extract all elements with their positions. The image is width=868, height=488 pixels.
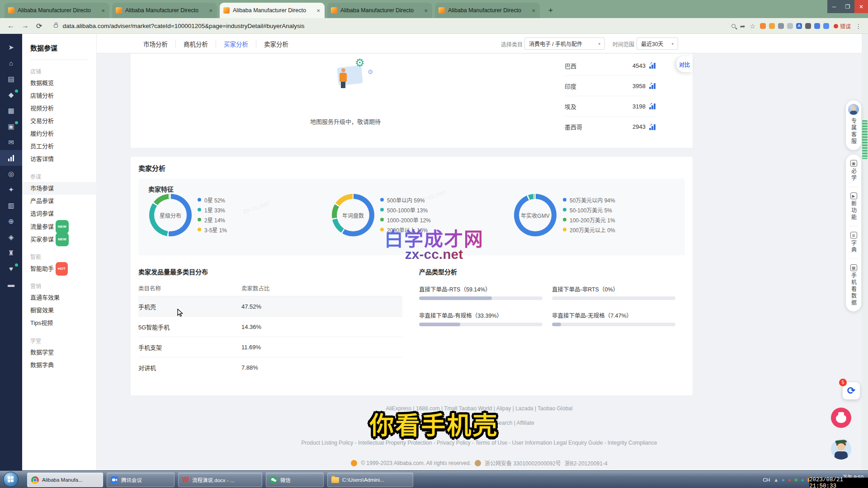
new-tab-button[interactable]: + [545,5,556,16]
tab-close-icon[interactable]: × [316,7,321,14]
blue-extension-icon[interactable] [814,23,820,29]
rail-item[interactable]: ▣ [0,118,22,134]
url-text[interactable]: data.alibaba.com/adviser/market?cateId=1… [62,23,304,29]
rail-item[interactable]: ◆ [0,87,22,103]
trend-chart-icon[interactable]: ↗ [649,83,657,89]
taskbar-app[interactable]: W流程演说.docx - ... [178,473,262,487]
rail-item[interactable]: ⌂ [0,55,22,71]
rail-item[interactable]: ✉ [0,134,22,150]
rail-item[interactable] [0,150,22,166]
compare-button[interactable]: 对比 [676,56,693,72]
rail-item[interactable]: ♥ [0,261,22,277]
rail-item[interactable]: ▤ [0,71,22,87]
rail-item[interactable]: ◈ [0,229,22,245]
rail-item[interactable]: ♜ [0,245,22,261]
sidebar-item-买家参谋[interactable]: 买家参谋NEW [22,233,97,245]
sidebar-item-流量参谋[interactable]: 流量参谋NEW [22,220,97,233]
browser-tab[interactable]: Alibaba Manufacturer Directo × [112,3,217,18]
taskbar-app[interactable]: 腾讯会议 [107,473,175,487]
translate-extension-icon[interactable]: A [796,23,802,29]
sidebar-item-数据概览[interactable]: 数据概览 [22,77,97,89]
share-icon[interactable]: ➦ [740,23,745,30]
trend-chart-icon[interactable]: ↗ [649,62,657,69]
tray-icon[interactable]: ● [788,477,791,483]
sidebar-item-智能助手[interactable]: 智能助手HOT [22,262,97,275]
quick-tool-2[interactable]: ≣ 字典 [850,230,858,255]
trend-chart-icon[interactable]: ↗ [649,124,657,130]
tab-卖家分析[interactable]: 卖家分析 [256,39,296,48]
kebab-menu-icon[interactable]: ⋮ [855,23,862,30]
trend-chart-icon[interactable]: ↗ [649,103,657,109]
tab-close-icon[interactable]: × [423,7,429,14]
tray-icon[interactable]: ● [782,477,785,483]
table-row[interactable]: 手机支架 11.69% [138,337,402,357]
browser-tab[interactable]: Alibaba Manufacturer Directo × [435,3,540,18]
sidebar-item-选词参谋[interactable]: 选词参谋 [22,207,97,220]
bookmark-star-icon[interactable]: ☆ [750,23,755,30]
reload-icon[interactable]: ⟳ [36,22,42,30]
scrollbar-thumb[interactable] [862,120,868,159]
quick-tool-1[interactable]: ▶ 新功能 [850,191,858,222]
sidebar-item-店铺分析[interactable]: 店铺分析 [22,89,97,102]
rail-item[interactable]: ◎ [0,166,22,182]
rail-item[interactable]: ✦ [0,182,22,197]
profile-icon[interactable] [823,23,829,29]
time-range-select[interactable]: 最近30天▾ [637,38,678,50]
sidebar-item-视频分析[interactable]: 视频分析 [22,102,97,115]
sidebar-item-访客详情[interactable]: 访客详情 [22,153,97,165]
browser-tab[interactable]: Alibaba Manufacturer Directo × [220,3,325,18]
tray-icon[interactable]: ● [801,477,804,483]
tab-买家分析[interactable]: 买家分析 [216,39,256,48]
category-select[interactable]: 消费电子 / 手机与配件▾ [524,38,605,50]
tab-市场分析[interactable]: 市场分析 [136,39,176,48]
sidebar-item-数据学堂[interactable]: 数据学堂 [22,346,97,359]
sidebar-item-员工分析[interactable]: 员工分析 [22,140,97,153]
sidebar-item-橱窗效果[interactable]: 橱窗效果 [22,304,97,317]
sidebar-item-履约分析[interactable]: 履约分析 [22,127,97,140]
rail-item[interactable]: ▬ [0,277,22,292]
table-row[interactable]: 对讲机 7.88% [138,357,402,377]
sidebar-item-市场参谋[interactable]: 市场参谋 [22,182,97,195]
sidebar-item-数据字典[interactable]: 数据字典 [22,359,97,371]
quick-tool-0[interactable]: ▣ 必学 [850,158,858,183]
rail-item[interactable]: ▦ [0,103,22,118]
gray-extension-icon[interactable] [787,23,793,29]
tab-close-icon[interactable]: × [531,7,536,14]
close-button[interactable]: ✕ [854,0,868,13]
qq-avatar-float[interactable] [831,439,851,460]
sidebar-item-直通车效果[interactable]: 直通车效果 [22,291,97,304]
puzzle-extension-icon[interactable] [805,23,811,29]
taskbar-app[interactable]: 微信 [266,473,324,487]
tab-商机分析[interactable]: 商机分析 [176,39,216,48]
table-row[interactable]: 5G智能手机 14.36% [138,316,402,337]
scrollbar-track[interactable] [862,34,868,470]
tray-icon[interactable]: ▲ [774,477,778,483]
alibaba-extension-icon[interactable] [760,23,766,29]
taskbar-app[interactable]: C:\Users\Admini... [327,473,413,487]
rail-item[interactable]: ▥ [0,197,22,213]
zoom-icon[interactable] [731,24,736,28]
rail-item[interactable]: ➤ [0,39,22,55]
input-language-indicator[interactable]: CH [763,477,770,483]
error-chip[interactable]: 错误 [834,22,851,30]
sidebar-item-产品参谋[interactable]: 产品参谋 [22,195,97,207]
forward-icon[interactable]: → [22,22,29,30]
start-button[interactable] [3,472,19,487]
taskbar-app[interactable]: Alibaba Manufa... [27,473,103,487]
tray-icon[interactable]: ◆ [794,477,797,483]
tab-close-icon[interactable]: × [208,7,213,14]
maximize-button[interactable]: ❐ [841,0,854,13]
quick-tool-3[interactable]: ▦ 手机看数据 [850,263,858,308]
browser-tab[interactable]: Alibaba Manufacturer Directo × [327,3,432,18]
star-extension-icon[interactable] [769,23,775,29]
sidebar-item-交易分析[interactable]: 交易分析 [22,115,97,127]
camera-extension-icon[interactable] [778,23,784,29]
rail-item[interactable]: ⊕ [0,213,22,229]
browser-tab[interactable]: Alibaba Manufacturer Directo × [5,3,109,18]
tab-close-icon[interactable]: × [100,7,106,14]
minimize-button[interactable]: ─ [827,0,841,13]
back-icon[interactable]: ← [7,22,14,30]
customer-service-pill[interactable]: 专属客服 [846,100,861,150]
sidebar-item-Tips视频[interactable]: Tips视频 [22,317,97,329]
money-bag-float-icon[interactable] [831,408,851,428]
